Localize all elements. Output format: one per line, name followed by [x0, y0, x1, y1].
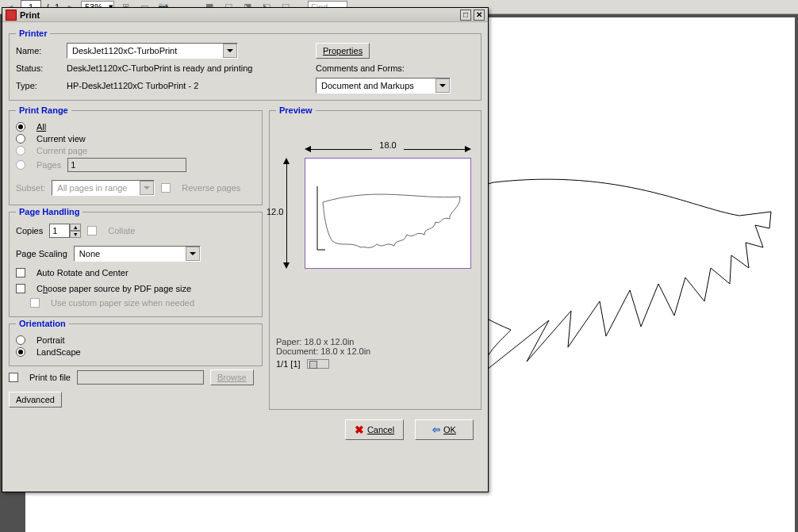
print-to-file-label: Print to file	[29, 373, 71, 382]
printer-select[interactable]: DeskJet1120xC-TurboPrint	[67, 43, 238, 59]
close-icon[interactable]: ✕	[474, 10, 485, 21]
print-to-file-check[interactable]	[9, 373, 18, 382]
comments-label: Comments and Forms:	[316, 63, 474, 73]
printer-group: Printer Name: DeskJet1120xC-TurboPrint P…	[9, 29, 481, 101]
range-currentpage-label: Current page	[36, 146, 87, 155]
chevron-down-icon	[140, 181, 154, 195]
range-pages-label: Pages	[36, 160, 61, 170]
status-value: DeskJet1120xC-TurboPrint is ready and pr…	[67, 63, 306, 73]
subset-label: Subset:	[16, 183, 45, 193]
preview-group: Preview 18.0 12.0 P	[269, 105, 481, 410]
copies-input[interactable]	[49, 224, 70, 238]
maximize-icon[interactable]: □	[460, 10, 471, 21]
reverse-check	[161, 183, 171, 193]
properties-button[interactable]: Properties	[316, 43, 370, 59]
copies-label: Copies	[16, 226, 43, 235]
browse-button: Browse	[210, 369, 254, 385]
type-value: HP-DeskJet1120xC TurboPrint - 2	[67, 81, 306, 90]
range-currentview-label: Current view	[36, 134, 86, 144]
range-currentpage-radio	[16, 146, 25, 155]
preview-legend: Preview	[276, 105, 316, 115]
copies-stepper[interactable]: ▲▼	[49, 224, 81, 238]
range-pages-radio	[16, 160, 25, 170]
chevron-down-icon[interactable]	[435, 78, 450, 93]
paper-size-label: Paper: 18.0 x 12.0in	[276, 337, 474, 346]
scaling-label: Page Scaling	[16, 249, 67, 258]
collate-label: Collate	[108, 226, 135, 235]
dialog-title: Print	[20, 10, 458, 20]
landscape-label: LandScape	[36, 347, 81, 357]
app-icon	[6, 10, 17, 21]
spin-down-icon[interactable]: ▼	[70, 231, 81, 238]
preview-page-nav: 1/1 [1]	[276, 359, 301, 369]
reverse-label: Reverse pages	[182, 183, 240, 193]
choose-paper-label: Choose paper source by PDF page size	[36, 284, 191, 293]
status-label: Status:	[16, 63, 57, 73]
range-all-label: All	[36, 122, 46, 132]
chevron-down-icon[interactable]	[186, 247, 200, 261]
portrait-label: Portrait	[36, 335, 64, 345]
type-label: Type:	[16, 81, 57, 90]
use-custom-label: Use custom paper size when needed	[51, 298, 194, 308]
orientation-group: Orientation Portrait LandScape	[9, 319, 263, 366]
file-path-field	[77, 370, 204, 385]
landscape-radio[interactable]	[16, 347, 25, 357]
collate-check	[87, 226, 97, 235]
range-legend: Print Range	[16, 105, 71, 115]
portrait-radio[interactable]	[16, 335, 25, 345]
advanced-button[interactable]: Advanced	[9, 392, 62, 408]
titlebar[interactable]: Print □ ✕	[2, 8, 488, 22]
ok-arrow-icon: ⇦	[432, 424, 440, 435]
preview-canvas	[305, 158, 471, 269]
choose-paper-check[interactable]	[16, 284, 25, 293]
scaling-combo[interactable]: None	[74, 246, 201, 262]
preview-width-ruler: 18.0	[305, 144, 471, 155]
preview-page-slider[interactable]	[307, 359, 329, 369]
use-custom-check	[30, 298, 40, 308]
preview-artwork	[305, 159, 472, 270]
ok-button[interactable]: ⇦ OK	[415, 419, 474, 440]
chevron-down-icon[interactable]	[223, 44, 237, 58]
spin-up-icon[interactable]: ▲	[70, 224, 81, 231]
document-size-label: Document: 18.0 x 12.0in	[276, 346, 474, 356]
page-handling-group: Page Handling Copies ▲▼ Collate Page Sca…	[9, 207, 263, 317]
cancel-button[interactable]: ✖ Cancel	[345, 419, 404, 440]
comments-combo[interactable]: Document and Markups	[316, 78, 451, 94]
print-dialog: Print □ ✕ Printer Name: DeskJet1120xC-Tu…	[2, 7, 489, 492]
auto-rotate-label: Auto Rotate and Center	[36, 268, 129, 277]
handling-legend: Page Handling	[16, 207, 82, 216]
preview-height-label: 12.0	[267, 207, 283, 216]
range-currentview-radio[interactable]	[16, 134, 25, 144]
range-all-radio[interactable]	[16, 122, 25, 132]
printer-legend: Printer	[16, 29, 50, 38]
auto-rotate-check[interactable]	[16, 268, 25, 277]
cancel-x-icon: ✖	[355, 423, 364, 436]
range-pages-field	[67, 158, 186, 172]
subset-combo: All pages in range	[52, 180, 155, 196]
print-range-group: Print Range All Current view Current pag…	[9, 105, 263, 205]
name-label: Name:	[16, 46, 57, 55]
orientation-legend: Orientation	[16, 319, 69, 328]
